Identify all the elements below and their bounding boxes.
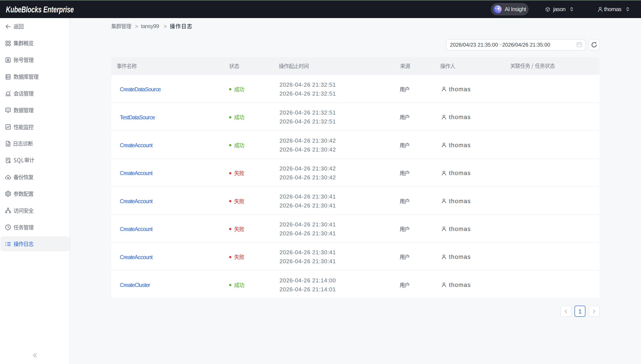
svg-text:SQL: SQL	[6, 109, 10, 111]
